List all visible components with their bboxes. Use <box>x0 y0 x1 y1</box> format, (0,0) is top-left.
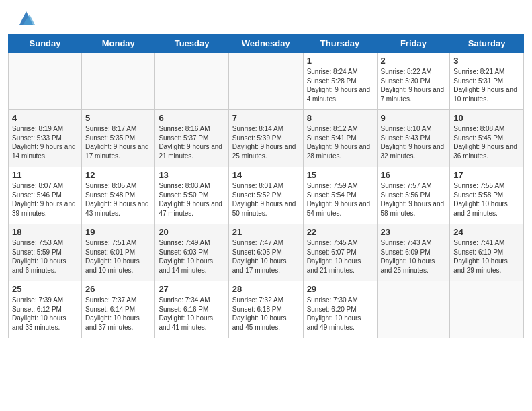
calendar-cell: 1Sunrise: 8:24 AM Sunset: 5:28 PM Daylig… <box>303 53 377 110</box>
day-number: 13 <box>159 170 224 180</box>
calendar-wrapper: SundayMondayTuesdayWednesdayThursdayFrid… <box>0 34 532 345</box>
day-info: Sunrise: 8:14 AM Sunset: 5:39 PM Dayligh… <box>232 124 300 161</box>
calendar-cell: 19Sunrise: 7:51 AM Sunset: 6:01 PM Dayli… <box>82 224 155 281</box>
day-number: 8 <box>307 113 373 123</box>
day-number: 23 <box>381 227 447 237</box>
day-number: 18 <box>12 227 78 237</box>
calendar-cell: 28Sunrise: 7:32 AM Sunset: 6:18 PM Dayli… <box>228 281 303 338</box>
day-header-wednesday: Wednesday <box>228 34 303 53</box>
calendar-cell <box>377 281 450 338</box>
day-number: 19 <box>85 227 151 237</box>
day-number: 3 <box>453 56 520 66</box>
day-info: Sunrise: 7:30 AM Sunset: 6:20 PM Dayligh… <box>307 295 373 332</box>
page-header <box>0 0 532 34</box>
calendar-cell: 6Sunrise: 8:16 AM Sunset: 5:37 PM Daylig… <box>155 110 228 167</box>
day-info: Sunrise: 7:51 AM Sunset: 6:01 PM Dayligh… <box>85 238 151 275</box>
calendar-week-4: 18Sunrise: 7:53 AM Sunset: 5:59 PM Dayli… <box>9 224 524 281</box>
day-info: Sunrise: 8:22 AM Sunset: 5:30 PM Dayligh… <box>381 67 447 103</box>
day-info: Sunrise: 8:05 AM Sunset: 5:48 PM Dayligh… <box>85 181 151 218</box>
day-header-tuesday: Tuesday <box>155 34 228 53</box>
day-info: Sunrise: 8:21 AM Sunset: 5:31 PM Dayligh… <box>453 67 520 103</box>
day-number: 7 <box>232 113 300 123</box>
day-info: Sunrise: 7:43 AM Sunset: 6:09 PM Dayligh… <box>381 238 447 275</box>
day-info: Sunrise: 7:39 AM Sunset: 6:12 PM Dayligh… <box>12 295 78 332</box>
calendar-cell: 23Sunrise: 7:43 AM Sunset: 6:09 PM Dayli… <box>377 224 450 281</box>
day-number: 2 <box>381 56 447 66</box>
calendar-cell: 13Sunrise: 8:03 AM Sunset: 5:50 PM Dayli… <box>155 167 228 224</box>
day-info: Sunrise: 7:34 AM Sunset: 6:16 PM Dayligh… <box>159 295 224 332</box>
day-number: 27 <box>159 284 224 294</box>
calendar-week-1: 1Sunrise: 8:24 AM Sunset: 5:28 PM Daylig… <box>9 53 524 110</box>
day-number: 6 <box>159 113 224 123</box>
day-info: Sunrise: 7:45 AM Sunset: 6:07 PM Dayligh… <box>307 238 373 275</box>
calendar-cell: 7Sunrise: 8:14 AM Sunset: 5:39 PM Daylig… <box>228 110 303 167</box>
day-info: Sunrise: 7:37 AM Sunset: 6:14 PM Dayligh… <box>85 295 151 332</box>
logo-icon <box>16 8 36 28</box>
day-number: 5 <box>85 113 151 123</box>
day-number: 9 <box>381 113 447 123</box>
day-number: 26 <box>85 284 151 294</box>
day-info: Sunrise: 7:59 AM Sunset: 5:54 PM Dayligh… <box>307 181 373 218</box>
calendar-cell: 17Sunrise: 7:55 AM Sunset: 5:58 PM Dayli… <box>450 167 524 224</box>
day-number: 1 <box>307 56 373 66</box>
day-number: 25 <box>12 284 78 294</box>
day-number: 28 <box>232 284 300 294</box>
day-number: 12 <box>85 170 151 180</box>
day-info: Sunrise: 8:24 AM Sunset: 5:28 PM Dayligh… <box>307 67 373 103</box>
day-info: Sunrise: 8:16 AM Sunset: 5:37 PM Dayligh… <box>159 124 224 161</box>
calendar-cell: 8Sunrise: 8:12 AM Sunset: 5:41 PM Daylig… <box>303 110 377 167</box>
calendar-cell: 9Sunrise: 8:10 AM Sunset: 5:43 PM Daylig… <box>377 110 450 167</box>
day-info: Sunrise: 8:17 AM Sunset: 5:35 PM Dayligh… <box>85 124 151 161</box>
days-header-row: SundayMondayTuesdayWednesdayThursdayFrid… <box>9 34 524 53</box>
calendar-cell: 10Sunrise: 8:08 AM Sunset: 5:45 PM Dayli… <box>450 110 524 167</box>
day-info: Sunrise: 8:07 AM Sunset: 5:46 PM Dayligh… <box>12 181 78 218</box>
calendar-cell: 27Sunrise: 7:34 AM Sunset: 6:16 PM Dayli… <box>155 281 228 338</box>
day-number: 14 <box>232 170 300 180</box>
day-number: 16 <box>381 170 447 180</box>
day-number: 17 <box>453 170 520 180</box>
day-info: Sunrise: 7:55 AM Sunset: 5:58 PM Dayligh… <box>453 181 520 218</box>
calendar-cell <box>82 53 155 110</box>
calendar-week-3: 11Sunrise: 8:07 AM Sunset: 5:46 PM Dayli… <box>9 167 524 224</box>
day-number: 11 <box>12 170 78 180</box>
day-header-sunday: Sunday <box>9 34 82 53</box>
calendar-table: SundayMondayTuesdayWednesdayThursdayFrid… <box>8 34 524 338</box>
day-info: Sunrise: 7:32 AM Sunset: 6:18 PM Dayligh… <box>232 295 300 332</box>
day-number: 22 <box>307 227 373 237</box>
calendar-cell: 14Sunrise: 8:01 AM Sunset: 5:52 PM Dayli… <box>228 167 303 224</box>
calendar-cell <box>9 53 82 110</box>
calendar-cell: 24Sunrise: 7:41 AM Sunset: 6:10 PM Dayli… <box>450 224 524 281</box>
day-number: 15 <box>307 170 373 180</box>
day-info: Sunrise: 7:41 AM Sunset: 6:10 PM Dayligh… <box>453 238 520 275</box>
logo <box>13 11 36 28</box>
calendar-cell: 11Sunrise: 8:07 AM Sunset: 5:46 PM Dayli… <box>9 167 82 224</box>
day-number: 21 <box>232 227 300 237</box>
calendar-cell: 18Sunrise: 7:53 AM Sunset: 5:59 PM Dayli… <box>9 224 82 281</box>
day-header-monday: Monday <box>82 34 155 53</box>
day-info: Sunrise: 7:47 AM Sunset: 6:05 PM Dayligh… <box>232 238 300 275</box>
day-number: 24 <box>453 227 520 237</box>
calendar-cell: 15Sunrise: 7:59 AM Sunset: 5:54 PM Dayli… <box>303 167 377 224</box>
calendar-cell: 4Sunrise: 8:19 AM Sunset: 5:33 PM Daylig… <box>9 110 82 167</box>
calendar-week-2: 4Sunrise: 8:19 AM Sunset: 5:33 PM Daylig… <box>9 110 524 167</box>
day-info: Sunrise: 8:03 AM Sunset: 5:50 PM Dayligh… <box>159 181 224 218</box>
day-header-friday: Friday <box>377 34 450 53</box>
calendar-cell <box>450 281 524 338</box>
calendar-cell: 21Sunrise: 7:47 AM Sunset: 6:05 PM Dayli… <box>228 224 303 281</box>
day-info: Sunrise: 8:12 AM Sunset: 5:41 PM Dayligh… <box>307 124 373 161</box>
day-info: Sunrise: 8:01 AM Sunset: 5:52 PM Dayligh… <box>232 181 300 218</box>
calendar-cell: 22Sunrise: 7:45 AM Sunset: 6:07 PM Dayli… <box>303 224 377 281</box>
day-number: 10 <box>453 113 520 123</box>
calendar-week-5: 25Sunrise: 7:39 AM Sunset: 6:12 PM Dayli… <box>9 281 524 338</box>
calendar-cell: 29Sunrise: 7:30 AM Sunset: 6:20 PM Dayli… <box>303 281 377 338</box>
calendar-cell <box>155 53 228 110</box>
calendar-cell <box>228 53 303 110</box>
day-info: Sunrise: 7:53 AM Sunset: 5:59 PM Dayligh… <box>12 238 78 275</box>
calendar-cell: 2Sunrise: 8:22 AM Sunset: 5:30 PM Daylig… <box>377 53 450 110</box>
calendar-cell: 16Sunrise: 7:57 AM Sunset: 5:56 PM Dayli… <box>377 167 450 224</box>
day-info: Sunrise: 7:49 AM Sunset: 6:03 PM Dayligh… <box>159 238 224 275</box>
day-info: Sunrise: 8:19 AM Sunset: 5:33 PM Dayligh… <box>12 124 78 161</box>
calendar-cell: 5Sunrise: 8:17 AM Sunset: 5:35 PM Daylig… <box>82 110 155 167</box>
calendar-cell: 20Sunrise: 7:49 AM Sunset: 6:03 PM Dayli… <box>155 224 228 281</box>
day-number: 29 <box>307 284 373 294</box>
